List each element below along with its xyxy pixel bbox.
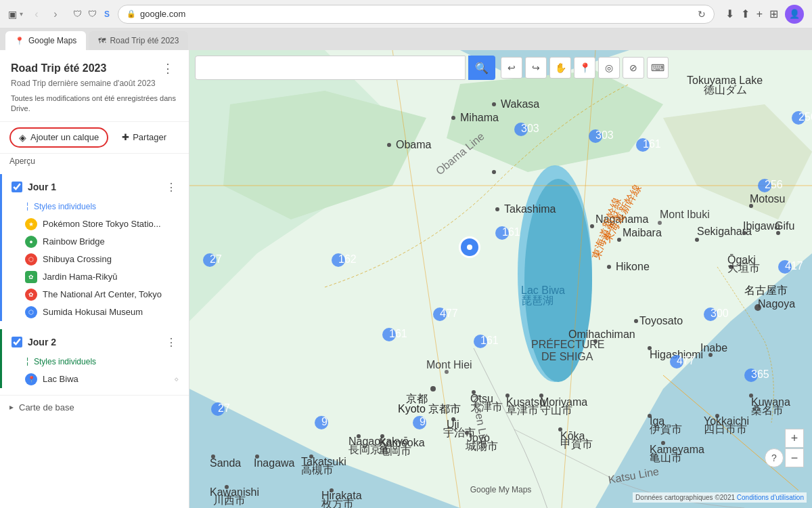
day2-styles-link[interactable]: Styles individuels (34, 357, 96, 366)
place-item-shibuya[interactable]: ⬡ Shibuya Crossing (2, 251, 189, 268)
pin-circle (459, 236, 480, 258)
rainbow-icon: ● (25, 236, 37, 248)
svg-text:161: 161 (643, 138, 661, 150)
hand-tool-button[interactable]: ✋ (549, 57, 571, 79)
map-location-pin (459, 236, 480, 258)
day1-header: Jour 1 ⋮ (2, 174, 189, 200)
tab-roadtrip[interactable]: 🗺 Road Trip été 2023 (89, 31, 188, 50)
day1-section: Jour 1 ⋮ ╎ Styles individuels ★ Pokémon … (0, 174, 189, 321)
shield-icon: 🛡 (72, 9, 83, 20)
map-svg: Obama Mihama Wakasa Takashima Nagahama H… (189, 50, 812, 508)
sidebar-toggle[interactable]: ▣ ▾ (8, 9, 23, 20)
add-layer-button[interactable]: ◈ Ajouter un calque (9, 127, 108, 148)
share-label: Partager (133, 132, 166, 142)
share-button[interactable]: ✚ Partager (115, 129, 173, 146)
svg-text:Mont Hiei: Mont Hiei (426, 359, 472, 371)
hama-name: Jardin Hama-Rikyū (43, 272, 179, 282)
pin-tool-button[interactable]: 📍 (574, 57, 595, 79)
map-background: Obama Mihama Wakasa Takashima Nagahama H… (189, 50, 812, 508)
place-item-lacbiwa[interactable]: 📍 Lac Biwa ⋄ (2, 371, 189, 388)
measure-tool-button[interactable]: ◎ (598, 57, 620, 79)
svg-text:161: 161 (480, 335, 499, 346)
svg-text:Sanda: Sanda (210, 457, 241, 469)
day2-label: Jour 2 (28, 337, 56, 347)
svg-text:Gifu: Gifu (775, 220, 794, 232)
svg-text:365: 365 (751, 368, 769, 380)
download-button[interactable]: ⬇ (725, 7, 734, 20)
svg-point-15 (492, 102, 496, 106)
svg-text:Maibara: Maibara (623, 227, 662, 238)
svg-text:大垣市: 大垣市 (727, 262, 760, 274)
tab-maps[interactable]: 📍 Google Maps (5, 31, 86, 50)
tab-roadtrip-label: Road Trip été 2023 (110, 36, 179, 45)
svg-text:162: 162 (338, 253, 357, 265)
address-text: google.com (140, 9, 694, 19)
address-bar[interactable]: 🔒 google.com ↻ (118, 5, 715, 24)
share-button[interactable]: ⬆ (741, 7, 750, 20)
map-search-input[interactable] (195, 56, 466, 80)
place-item-pokemon[interactable]: ★ Pokémon Store Tokyo Statio... (2, 215, 189, 233)
svg-text:高槻市: 高槻市 (301, 464, 334, 475)
keyboard-button[interactable]: ⌨ (647, 57, 669, 79)
zoom-in-button[interactable]: + (785, 429, 804, 448)
day2-more-button[interactable]: ⋮ (163, 335, 179, 350)
svg-text:名古屋市: 名古屋市 (744, 284, 788, 296)
svg-text:417: 417 (785, 260, 803, 272)
attribution-link[interactable]: Conditions d'utilisation (737, 494, 804, 501)
svg-point-33 (634, 319, 638, 323)
day1-more-button[interactable]: ⋮ (163, 179, 179, 195)
place-item-rainbow[interactable]: ● Rainbow Bridge (2, 233, 189, 251)
tab-bar: 📍 Google Maps 🗺 Road Trip été 2023 (0, 28, 812, 50)
svg-point-25 (430, 386, 436, 391)
day1-checkbox[interactable] (12, 182, 22, 192)
add-tab-button[interactable]: + (757, 8, 763, 20)
lacbiwa-icon: 📍 (25, 373, 37, 385)
grid-button[interactable]: ⊞ (769, 7, 778, 20)
styles-icon: ╎ (25, 202, 30, 211)
forward-button[interactable]: › (47, 6, 64, 22)
sidebar-save-note: Toutes les modifications ont été enregis… (11, 93, 178, 114)
map-search-button[interactable]: 🔍 (468, 56, 495, 80)
zoom-controls: + − (785, 429, 804, 467)
svg-text:Omihachiman: Omihachiman (568, 329, 635, 340)
undo-button[interactable]: ↩ (501, 57, 522, 79)
pokemon-icon: ★ (25, 218, 37, 230)
user-avatar[interactable]: 👤 (785, 5, 804, 24)
redo-button[interactable]: ↪ (525, 57, 547, 79)
sidebar-icon: ▣ (8, 9, 17, 20)
day1-header-left: Jour 1 (12, 182, 56, 192)
sidebar-more-button[interactable]: ⋮ (158, 60, 178, 77)
zoom-out-button[interactable]: − (785, 448, 804, 467)
help-button[interactable]: ? (765, 448, 784, 467)
pin-dot (467, 245, 472, 250)
attribution-text: Données cartographiques ©2021 (635, 494, 735, 501)
svg-text:守山市: 守山市 (540, 404, 572, 416)
map-toolbar: 🔍 ↩ ↪ ✋ 📍 ◎ ⊘ ⌨ (195, 56, 807, 80)
filter-tool-button[interactable]: ⊘ (623, 57, 644, 79)
base-map-label: Carte de base (19, 402, 74, 412)
base-map-row[interactable]: ▸ Carte de base (9, 402, 179, 412)
svg-text:長岡京市: 長岡京市 (348, 444, 392, 455)
day2-checkbox[interactable] (12, 337, 22, 347)
main-content: Road Trip été 2023 ⋮ Road Trip dernière … (0, 50, 812, 508)
browser-chrome: ▣ ▾ ‹ › 🛡 🛡 S 🔒 google.com ↻ ⬇ ⬆ + ⊞ 👤 (0, 0, 812, 28)
place-item-sumida[interactable]: ⬡ Sumida Hokusai Museum (2, 303, 189, 321)
svg-text:161: 161 (502, 226, 520, 238)
place-item-national-art[interactable]: ✿ The National Art Center, Tokyo (2, 286, 189, 303)
svg-text:161: 161 (389, 328, 407, 339)
preview-label[interactable]: Aperçu (0, 154, 189, 170)
place-item-hama[interactable]: ✿ Jardin Hama-Rikyū (2, 268, 189, 286)
day2-header: Jour 2 ⋮ (2, 329, 189, 356)
sumida-name: Sumida Hokusai Museum (43, 307, 179, 317)
svg-text:Toyosato: Toyosato (639, 315, 683, 326)
day1-styles-link[interactable]: Styles individuels (34, 202, 96, 211)
svg-point-21 (607, 265, 611, 269)
svg-text:Kyoto 京都市: Kyoto 京都市 (398, 403, 461, 415)
sidebar-subtitle: Road Trip dernière semaine d'août 2023 (11, 79, 178, 88)
sidebar-chevron: ▾ (20, 10, 23, 18)
svg-text:256: 256 (765, 179, 783, 190)
svg-text:256: 256 (798, 111, 812, 123)
reload-button[interactable]: ↻ (698, 9, 706, 20)
back-button[interactable]: ‹ (28, 6, 45, 22)
map-area[interactable]: Obama Mihama Wakasa Takashima Nagahama H… (189, 50, 812, 508)
